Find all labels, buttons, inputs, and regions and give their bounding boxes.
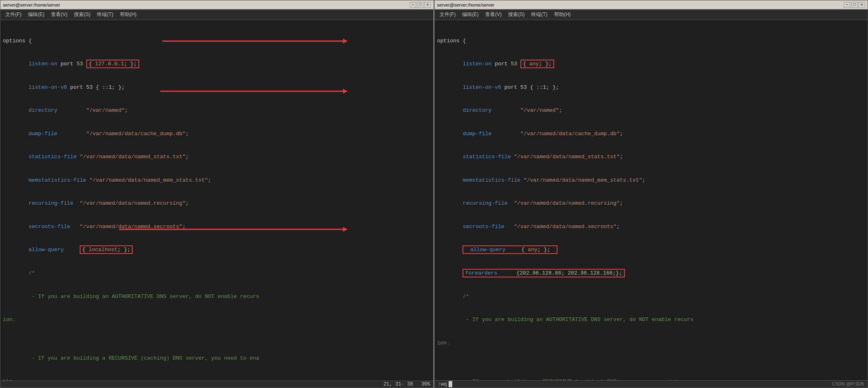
right-menu-edit[interactable]: 编辑(E) <box>459 10 482 19</box>
right-line-11: forearders {202.96.128.86; 202.96.128.16… <box>437 270 865 277</box>
right-status-bar: :wq CSDN @叶泥布 <box>435 380 868 388</box>
left-line-15: - If you are building a RECURSIVE (cachi… <box>3 355 431 363</box>
left-line-2: listen-on port 53 { 127.0.0.1; }; <box>3 60 431 68</box>
vim-command-area: :wq <box>438 381 452 387</box>
right-terminal: server@server:/home/server ─ □ ✕ 文件(F) 编… <box>434 0 868 388</box>
left-line-11: /* <box>3 270 431 277</box>
windows-container: server@server:/home/server ─ □ ✕ 文件(F) 编… <box>0 0 868 388</box>
left-status-percent: 36% <box>421 381 430 387</box>
right-title-bar: server@server:/home/server ─ □ ✕ <box>435 0 868 9</box>
right-menu-file[interactable]: 文件(F) <box>436 10 459 19</box>
right-menu-terminal[interactable]: 终端(T) <box>528 10 550 19</box>
right-line-14: ion. <box>437 340 865 347</box>
right-close-button[interactable]: ✕ <box>859 2 865 8</box>
right-line-7: memstatistics-file "/var/named/data/name… <box>437 177 865 185</box>
left-status-position: 21, 31- 38 <box>383 381 413 387</box>
right-title-buttons: ─ □ ✕ <box>844 2 865 8</box>
left-title-buttons: ─ □ ✕ <box>410 2 431 8</box>
left-minimize-button[interactable]: ─ <box>410 2 416 8</box>
right-line-13: - If you are building an AUTHORITATIVE D… <box>437 316 865 324</box>
left-line-12: - If you are building an AUTHORITATIVE D… <box>3 293 431 301</box>
right-minimize-button[interactable]: ─ <box>844 2 850 8</box>
left-line-8: recursing-file "/var/named/data/named.re… <box>3 200 431 208</box>
right-menu-help[interactable]: 帮助(H) <box>551 10 574 19</box>
left-line-9: secroots-file "/var/named/data/named.sec… <box>3 223 431 231</box>
right-line-1: options { <box>437 37 865 45</box>
left-title-bar: server@server:/home/server ─ □ ✕ <box>0 0 433 9</box>
left-menu-help[interactable]: 帮助(H) <box>117 10 140 19</box>
right-menu-search[interactable]: 搜索(S) <box>505 10 528 19</box>
vim-command-text: :wq <box>438 381 447 387</box>
left-line-6: statistics-file "/var/named/data/named_s… <box>3 153 431 161</box>
left-menu-search[interactable]: 搜索(S) <box>71 10 94 19</box>
left-line-16: ble <box>3 378 431 381</box>
right-line-16: - If you are building a RECURSIVE (cachi… <box>437 378 865 380</box>
left-menu-view[interactable]: 查看(V) <box>48 10 71 19</box>
left-menu-file[interactable]: 文件(F) <box>2 10 25 19</box>
left-menu-bar: 文件(F) 编辑(E) 查看(V) 搜索(S) 终端(T) 帮助(H) <box>0 9 433 20</box>
right-title-text: server@server:/home/server <box>437 2 495 7</box>
right-terminal-content[interactable]: options { listen-on port 53 { any; }; li… <box>435 20 868 380</box>
right-line-10: allow-query { any; }; <box>437 246 865 254</box>
left-menu-terminal[interactable]: 终端(T) <box>94 10 116 19</box>
vim-cursor <box>449 381 452 387</box>
right-line-4: directory "/var/named"; <box>437 107 865 115</box>
left-status-bar: 21, 31- 38 36% <box>0 381 433 388</box>
left-line-10: allow-query { localhost; }; <box>3 246 431 254</box>
left-line-3: listen-on-v6 port 53 { ::1; }; <box>3 84 431 92</box>
right-line-8: recursing-file "/var/named/data/named.re… <box>437 200 865 208</box>
left-terminal: server@server:/home/server ─ □ ✕ 文件(F) 编… <box>0 0 434 388</box>
left-line-13: ion. <box>3 316 431 324</box>
right-line-3: listen-on-v6 port 53 { ::1; }; <box>437 84 865 92</box>
left-maximize-button[interactable]: □ <box>417 2 424 8</box>
right-watermark: CSDN @叶泥布 <box>832 381 864 387</box>
right-maximize-button[interactable]: □ <box>851 2 858 8</box>
left-title-text: server@server:/home/server <box>3 2 60 7</box>
left-close-button[interactable]: ✕ <box>424 2 431 8</box>
left-line-4: directory "/var/named"; <box>3 107 431 115</box>
right-line-5: dump-file "/var/named/data/cache_dump.db… <box>437 130 865 138</box>
right-line-9: secroots-file "/var/named/data/named.sec… <box>437 223 865 231</box>
left-line-5: dump-file "/var/named/data/cache_dump.db… <box>3 130 431 138</box>
left-terminal-content[interactable]: options { listen-on port 53 { 127.0.0.1;… <box>0 20 433 381</box>
left-line-7: memstatistics-file "/var/named/data/name… <box>3 177 431 185</box>
right-menu-view[interactable]: 查看(V) <box>482 10 505 19</box>
right-line-2: listen-on port 53 { any; }; <box>437 60 865 68</box>
right-line-6: statistics-file "/var/named/data/named_s… <box>437 153 865 161</box>
right-line-12: /* <box>437 293 865 301</box>
left-menu-edit[interactable]: 编辑(E) <box>25 10 48 19</box>
left-line-1: options { <box>3 37 431 45</box>
right-menu-bar: 文件(F) 编辑(E) 查看(V) 搜索(S) 终端(T) 帮助(H) <box>435 9 868 20</box>
